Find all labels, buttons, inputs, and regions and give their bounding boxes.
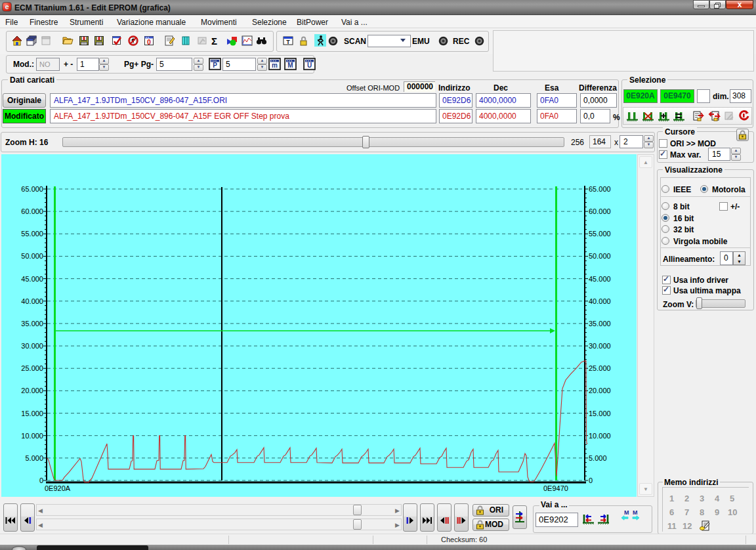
svg-text:40.000: 40.000 xyxy=(589,297,611,305)
svg-text:45.000: 45.000 xyxy=(589,275,611,283)
svg-text:55.000: 55.000 xyxy=(589,230,611,238)
svg-text:0E920A: 0E920A xyxy=(45,484,71,492)
svg-text:30.000: 30.000 xyxy=(21,342,43,350)
svg-text:M: M xyxy=(633,509,638,516)
svg-text:10.000: 10.000 xyxy=(589,432,611,440)
svg-text:M: M xyxy=(624,509,629,516)
svg-text:U: U xyxy=(307,62,312,69)
svg-text:0: 0 xyxy=(147,38,151,46)
svg-text:60.000: 60.000 xyxy=(589,207,611,215)
svg-text:20.000: 20.000 xyxy=(21,387,43,394)
svg-text:65.000: 65.000 xyxy=(589,185,611,193)
svg-text:50.000: 50.000 xyxy=(21,252,43,260)
svg-text:P: P xyxy=(213,62,217,69)
svg-text:15.000: 15.000 xyxy=(21,410,43,417)
svg-text:60.000: 60.000 xyxy=(21,207,43,215)
svg-text:45.000: 45.000 xyxy=(21,275,43,283)
svg-text:25.000: 25.000 xyxy=(589,364,611,372)
svg-text:0: 0 xyxy=(589,476,593,484)
svg-text:55.000: 55.000 xyxy=(21,230,43,238)
svg-text:5.000: 5.000 xyxy=(589,454,607,462)
svg-text:25.000: 25.000 xyxy=(21,364,43,372)
svg-text:40.000: 40.000 xyxy=(21,297,43,305)
svg-text:M: M xyxy=(287,62,293,69)
svg-text:m: m xyxy=(272,62,278,69)
svg-text:15.000: 15.000 xyxy=(589,410,611,417)
svg-text:T: T xyxy=(286,39,290,45)
svg-text:50.000: 50.000 xyxy=(589,252,611,260)
svg-text:5.000: 5.000 xyxy=(25,454,43,462)
svg-text:35.000: 35.000 xyxy=(21,320,43,328)
svg-text:10.000: 10.000 xyxy=(21,432,43,440)
svg-text:65.000: 65.000 xyxy=(21,185,43,193)
svg-text:0: 0 xyxy=(39,476,43,484)
svg-text:20.000: 20.000 xyxy=(589,387,611,394)
svg-text:30.000: 30.000 xyxy=(589,342,611,350)
svg-text:35.000: 35.000 xyxy=(589,320,611,328)
svg-text:0E9470: 0E9470 xyxy=(543,484,568,492)
